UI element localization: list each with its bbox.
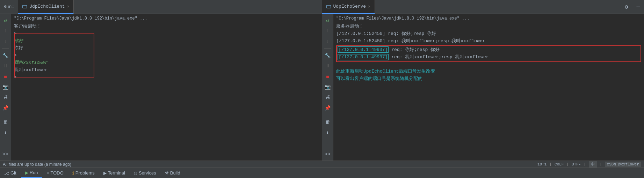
- separator3: |: [584, 162, 586, 166]
- todo-icon: ≡: [46, 171, 49, 176]
- right-import-button[interactable]: ⬇: [323, 128, 333, 138]
- right-java-cmd: "C:\Program Files\Java\jdk1.8.0_192\bin\…: [336, 16, 641, 21]
- server-line-2: [/127.0.0.1:52450] req: 我叫xxxflower;resp…: [336, 38, 641, 45]
- server-start-line: 服务器启动！: [336, 23, 641, 30]
- right-scroll-up-button: ↑: [323, 26, 333, 36]
- bottom-bar: ⎇ Git ▶ Run ≡ TODO ℹ Problems ▶ Terminal…: [0, 168, 644, 178]
- server-red-box: [/127.0.0.1:49937] req: 你好;resp 你好 [/127…: [336, 45, 641, 62]
- prompt-3: >: [14, 74, 91, 81]
- separator: |: [549, 162, 552, 166]
- tab-build[interactable]: ⚒ Build: [161, 168, 185, 178]
- user-label: CSDN @xxflower: [605, 162, 641, 167]
- input-xxxflower: 我叫xxxflower: [14, 59, 91, 67]
- right-trash-button[interactable]: 🗑: [323, 117, 333, 127]
- build-label: Build: [170, 170, 180, 176]
- right-panel: ↺ ↑ ↓ 🔧 ⏸ ◼ 📷 🖨 📌 🗑 ⬇ >> "C:\Program Fil…: [322, 14, 644, 161]
- stop-button[interactable]: ◼: [1, 72, 10, 81]
- line-ending: CRLF: [555, 162, 564, 166]
- build-icon: ⚒: [165, 171, 169, 176]
- cursor-position: 10:1: [537, 162, 547, 166]
- services-icon: ◎: [134, 171, 137, 176]
- toolbar-separator-2: [2, 115, 9, 115]
- addr-49937-1: [/127.0.0.1:49937]: [338, 46, 389, 53]
- right-stop-button[interactable]: ◼: [323, 72, 333, 81]
- server-line-4: [/127.0.0.1:49937] req: 我叫xxxflower;resp…: [338, 54, 640, 61]
- addr-52450-2: [/127.0.0.1:52450]: [336, 38, 385, 44]
- right-scroll-down-button: ↓: [323, 36, 333, 46]
- left-console[interactable]: "C:\Program Files\Java\jdk1.8.0_192\bin\…: [11, 14, 322, 161]
- response-xxxflower: 我叫xxxflower: [14, 67, 91, 74]
- right-print-button[interactable]: 🖨: [323, 92, 333, 102]
- top-bar: Run: UdpEchoClient ✕ UdpEchoServe ✕ ⚙ —: [0, 0, 644, 14]
- trash-button[interactable]: 🗑: [1, 117, 10, 127]
- server-line-3: [/127.0.0.1:49937] req: 你好;resp 你好: [338, 46, 640, 54]
- all-files-bar: All files are up to date (a minute ago) …: [0, 161, 644, 168]
- git-label: Git: [10, 170, 16, 176]
- right-pin-button[interactable]: 📌: [323, 103, 333, 113]
- tab-problems[interactable]: ℹ Problems: [68, 168, 99, 178]
- server-line-1: [/127.0.0.1:52450] req: 你好;resp 你好: [336, 30, 641, 38]
- client-start-line: 客户端启动！: [14, 23, 91, 30]
- left-panel: ↺ ↑ ↓ 🔧 ⏸ ◼ 📷 🖨 📌 🗑 ⬇ >> "C:\Program Fil…: [0, 14, 322, 161]
- response-nihao: 你好: [14, 45, 91, 52]
- separator2: |: [566, 162, 569, 166]
- camera-button[interactable]: 📷: [1, 82, 10, 92]
- wrench-button[interactable]: 🔧: [1, 51, 10, 60]
- monitor-icon-right: [326, 5, 331, 8]
- right-console[interactable]: "C:\Program Files\Java\jdk1.8.0_192\bin\…: [333, 14, 644, 161]
- right-camera-button[interactable]: 📷: [323, 82, 333, 92]
- todo-label: TODO: [51, 170, 64, 176]
- minimize-button[interactable]: —: [632, 4, 644, 10]
- tab-run[interactable]: ▶ Run: [21, 168, 43, 178]
- left-java-cmd: "C:\Program Files\Java\jdk1.8.0_192\bin\…: [14, 16, 319, 21]
- lang-icon: 中: [589, 161, 597, 168]
- tab-udpechoserve[interactable]: UdpEchoServe ✕: [322, 0, 375, 14]
- tab-terminal[interactable]: ▶ Terminal: [99, 168, 130, 178]
- right-toolbar: ↺ ↑ ↓ 🔧 ⏸ ◼ 📷 🖨 📌 🗑 ⬇ >>: [322, 14, 333, 161]
- right-toolbar-separator-2: [324, 115, 331, 115]
- scroll-down-button: ↓: [1, 36, 10, 46]
- tab-udpechoclient[interactable]: UdpEchoClient ✕: [18, 0, 74, 14]
- tab-git[interactable]: ⎇ Git: [0, 168, 21, 178]
- more-button[interactable]: >>: [1, 149, 10, 159]
- import-button[interactable]: ⬇: [1, 128, 10, 138]
- services-label: Services: [139, 170, 156, 176]
- terminal-label: Terminal: [108, 170, 125, 176]
- scroll-up-button: ↑: [1, 26, 10, 36]
- all-files-status: All files are up to date (a minute ago): [3, 162, 71, 167]
- addr-52450-1: [/127.0.0.1:52450]: [336, 31, 385, 36]
- charset: UTF-: [572, 162, 581, 166]
- toolbar-separator-1: [2, 48, 9, 49]
- right-wrench-button[interactable]: 🔧: [323, 51, 333, 60]
- prompt-1: >: [14, 30, 91, 38]
- pin-button[interactable]: 📌: [1, 103, 10, 113]
- separator4: |: [600, 162, 602, 166]
- close-tab-right-icon[interactable]: ✕: [368, 4, 370, 9]
- pause-button: ⏸: [1, 61, 10, 71]
- rerun-button[interactable]: ↺: [1, 15, 10, 25]
- problems-label: Problems: [75, 170, 95, 176]
- run-label-tab: Run: [30, 170, 38, 175]
- terminal-icon: ▶: [103, 171, 107, 176]
- problems-icon: ℹ: [72, 171, 74, 176]
- right-more-button[interactable]: >>: [323, 149, 333, 159]
- right-pause-button: ⏸: [323, 61, 333, 71]
- server-comment-2: 可以看出客户端的端口号是系统随机分配的: [336, 75, 641, 83]
- bottom-tabs: ⎇ Git ▶ Run ≡ TODO ℹ Problems ▶ Terminal…: [0, 168, 644, 178]
- tab-todo[interactable]: ≡ TODO: [42, 168, 68, 178]
- tab-services[interactable]: ◎ Services: [130, 168, 161, 178]
- input-nihao: 你好: [14, 38, 91, 45]
- prompt-2: >: [14, 52, 91, 59]
- git-icon: ⎇: [4, 171, 9, 176]
- left-toolbar: ↺ ↑ ↓ 🔧 ⏸ ◼ 📷 🖨 📌 🗑 ⬇ >>: [0, 14, 11, 161]
- server-comment-1: 此处重新启动UpdEchoClient后端口号发生改变: [336, 68, 641, 75]
- main-content: ↺ ↑ ↓ 🔧 ⏸ ◼ 📷 🖨 📌 🗑 ⬇ >> "C:\Program Fil…: [0, 14, 644, 161]
- close-tab-icon[interactable]: ✕: [67, 4, 70, 9]
- monitor-icon: [22, 5, 27, 8]
- print-button[interactable]: 🖨: [1, 92, 10, 102]
- addr-49937-2: [/127.0.0.1:49937]: [338, 54, 389, 60]
- right-toolbar-separator-1: [324, 48, 331, 49]
- right-rerun-button[interactable]: ↺: [323, 15, 333, 25]
- settings-button[interactable]: ⚙: [621, 3, 632, 10]
- run-label: Run:: [0, 4, 18, 9]
